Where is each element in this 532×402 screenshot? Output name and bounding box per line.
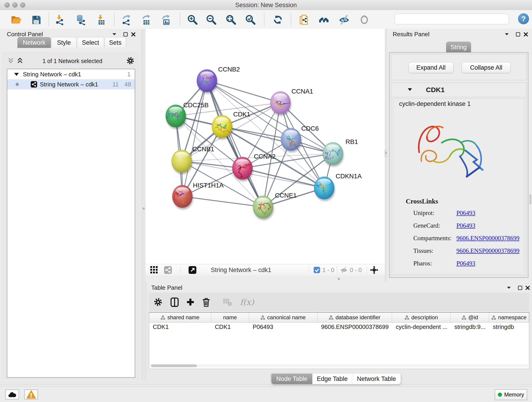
control-panel-float-button[interactable] xyxy=(123,32,128,37)
results-panel-close-button[interactable] xyxy=(524,32,528,37)
table-cell[interactable]: P06493 xyxy=(249,322,317,331)
results-tab-string[interactable]: String xyxy=(446,42,471,53)
delete-table-button-disabled[interactable] xyxy=(221,296,234,308)
gene-section-header[interactable]: CDK1 xyxy=(391,83,526,97)
network-options-gear-button[interactable] xyxy=(126,56,135,65)
crosslink-link[interactable]: P06493 xyxy=(456,260,475,267)
ctab-style[interactable]: Style xyxy=(51,37,76,48)
edge-CCNB2-CCNA1[interactable] xyxy=(207,81,280,103)
network-collection-row[interactable]: String Network – cdk1 1 xyxy=(7,69,135,79)
results-panel-float-button[interactable] xyxy=(516,32,520,37)
splitter-handle[interactable] xyxy=(338,278,340,280)
disclosure-triangle-icon[interactable] xyxy=(14,73,19,76)
selected-checkbox-icon[interactable] xyxy=(314,267,320,273)
table-cell[interactable]: 9606.ENSP00000378699 xyxy=(317,322,392,331)
show-home-button[interactable] xyxy=(317,13,331,26)
zoom-fit-button[interactable] xyxy=(224,13,238,26)
node-CDKN1A[interactable] xyxy=(314,177,335,201)
import-network-file-button[interactable] xyxy=(53,13,67,26)
zoom-selected-button[interactable] xyxy=(244,13,257,26)
table-cell[interactable]: stringdb xyxy=(489,322,529,331)
table-hscrollbar[interactable] xyxy=(150,364,528,367)
grid-view-button[interactable] xyxy=(150,266,158,274)
column-header-shared-name[interactable]: shared name xyxy=(149,313,211,322)
ctab-sets[interactable]: Sets xyxy=(104,37,126,48)
control-panel-menu-button[interactable] xyxy=(112,32,117,36)
edge-CCNA2-CDKN1A[interactable] xyxy=(242,168,324,188)
collapse-all-networks-button[interactable] xyxy=(8,57,14,64)
column-header-namespace[interactable]: namespace xyxy=(489,313,529,322)
crosslink-link[interactable]: 9606.ENSP00000378699 xyxy=(456,247,519,254)
table-panel-menu-button[interactable] xyxy=(507,286,511,289)
show-hidden-button[interactable] xyxy=(358,13,371,26)
edge-CCNB2-HIST1H1A[interactable] xyxy=(182,81,207,196)
pan-crosshair-button[interactable] xyxy=(370,266,378,274)
crosslink-link[interactable]: P06493 xyxy=(456,222,475,229)
ctab-network[interactable]: Network xyxy=(17,37,51,48)
column-header-name[interactable]: name xyxy=(211,313,249,322)
function-builder-button-disabled[interactable]: f(x) xyxy=(238,296,256,308)
hidden-eye-icon[interactable] xyxy=(340,267,348,274)
network-row-selected[interactable]: String Network – cdk1 11 48 xyxy=(7,79,135,89)
export-image-button[interactable] xyxy=(160,13,173,26)
expand-all-button[interactable]: Expand All xyxy=(409,62,453,73)
birdseye-view-button[interactable] xyxy=(189,266,196,274)
table-panel-close-button[interactable] xyxy=(525,286,530,290)
export-network-button[interactable] xyxy=(120,13,133,26)
column-header-canonical-name[interactable]: canonical name xyxy=(249,313,317,322)
table-cell[interactable]: cyclin-dependent ... xyxy=(392,322,451,331)
left-splitter[interactable] xyxy=(141,29,146,380)
btab-edge-table[interactable]: Edge Table xyxy=(312,374,352,384)
node-CCNB1[interactable] xyxy=(172,150,192,174)
node-CDC6[interactable] xyxy=(281,128,302,153)
import-table-file-button[interactable] xyxy=(95,13,108,26)
export-table-button[interactable] xyxy=(140,13,153,26)
column-header-description[interactable]: description xyxy=(392,313,451,322)
btab-network-table[interactable]: Network Table xyxy=(352,374,401,384)
delete-columns-button[interactable] xyxy=(200,296,213,308)
edge-HIST1H1A-CCNE1[interactable] xyxy=(182,196,263,207)
network-style-view-button[interactable] xyxy=(164,266,172,274)
column-header-database-identifier[interactable]: database identifier xyxy=(317,313,392,322)
expand-all-networks-button[interactable] xyxy=(17,57,23,64)
save-session-button[interactable] xyxy=(30,13,43,26)
memory-button[interactable]: Memory xyxy=(495,389,527,400)
collapse-all-button[interactable]: Collapse All xyxy=(462,62,511,73)
new-session-from-network-button[interactable] xyxy=(298,13,311,26)
ctab-select[interactable]: Select xyxy=(77,37,104,48)
crosslink-link[interactable]: 9606.ENSP00000378699 xyxy=(456,235,519,242)
cloud-status-button[interactable] xyxy=(5,389,19,400)
results-panel-menu-button[interactable] xyxy=(505,32,509,36)
table-cell[interactable]: CDK1 xyxy=(211,322,249,331)
horizontal-splitter[interactable] xyxy=(146,275,385,282)
table-settings-button[interactable] xyxy=(152,296,165,308)
open-session-button[interactable] xyxy=(9,13,23,26)
import-network-database-button[interactable] xyxy=(74,13,87,26)
show-columns-button[interactable] xyxy=(168,296,181,308)
create-column-button[interactable] xyxy=(184,296,197,308)
table-cell[interactable]: CDK1 xyxy=(149,322,211,331)
node-CCNA2[interactable] xyxy=(232,157,253,181)
column-header-@id[interactable]: @id xyxy=(451,313,489,322)
refresh-button[interactable] xyxy=(271,13,285,26)
crosslink-link[interactable]: P06493 xyxy=(456,210,475,217)
table-panel-float-button[interactable] xyxy=(518,286,522,290)
node-CCNE1[interactable] xyxy=(253,196,274,220)
splitter-handle[interactable] xyxy=(143,207,145,210)
zoom-out-button[interactable] xyxy=(205,13,218,26)
node-HIST1H1A[interactable] xyxy=(172,185,193,210)
node-RB1[interactable] xyxy=(323,142,344,167)
node-CDK1[interactable] xyxy=(212,115,233,140)
node-CCNA1[interactable] xyxy=(270,91,292,116)
disclosure-triangle-icon[interactable] xyxy=(408,88,412,91)
table-cell[interactable]: stringdb:9... xyxy=(451,322,489,331)
search-input[interactable] xyxy=(395,14,509,24)
node-CCNB2[interactable] xyxy=(197,70,218,94)
table-row[interactable]: CDK1CDK1P064939606.ENSP00000378699cyclin… xyxy=(149,322,529,331)
zoom-in-button[interactable] xyxy=(186,13,199,26)
hide-selected-button[interactable] xyxy=(337,13,351,26)
help-button[interactable]: ? xyxy=(518,13,529,24)
control-panel-close-button[interactable] xyxy=(131,32,136,37)
hscrollbar-thumb[interactable] xyxy=(151,364,197,367)
btab-node-table[interactable]: Node Table xyxy=(272,374,312,384)
